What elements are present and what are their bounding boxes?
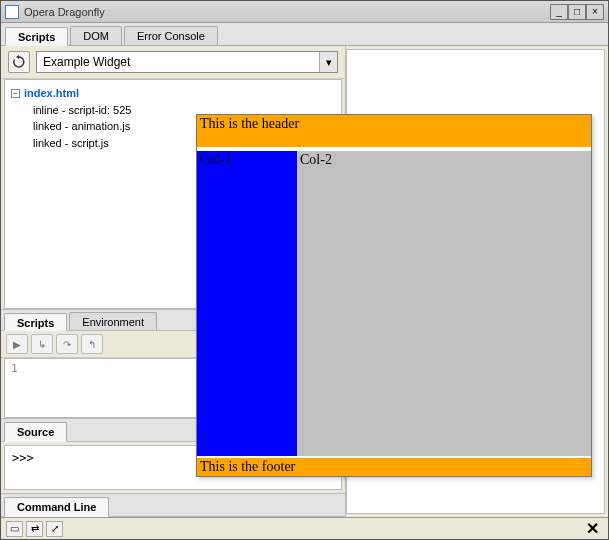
window-title: Opera Dragonfly: [24, 6, 550, 18]
console-prompt: >>>: [12, 451, 34, 465]
step-out-button[interactable]: ↰: [81, 334, 103, 354]
commandline-label[interactable]: Command Line: [4, 497, 109, 517]
maximize-button[interactable]: □: [568, 4, 586, 20]
console-icon[interactable]: ▭: [6, 521, 23, 537]
context-select-wrap: Example Widget ▾: [36, 51, 338, 73]
tree-root-row: − index.html: [11, 85, 335, 102]
step-over-button[interactable]: ↷: [56, 334, 78, 354]
widget-col2: Col-2: [297, 151, 591, 456]
status-left-group: ▭ ⇄ ⤢: [6, 521, 63, 537]
context-select[interactable]: Example Widget: [36, 51, 338, 73]
step-into-button[interactable]: ↳: [31, 334, 53, 354]
example-widget-window[interactable]: This is the header Col-1 Col-2 This is t…: [196, 114, 592, 477]
widget-header: This is the header: [197, 115, 591, 147]
close-button[interactable]: ×: [586, 4, 604, 20]
source-label[interactable]: Source: [4, 422, 67, 442]
subtab-scripts[interactable]: Scripts: [4, 313, 67, 331]
tab-scripts[interactable]: Scripts: [5, 27, 68, 46]
subtab-environment[interactable]: Environment: [69, 312, 157, 330]
app-icon: [5, 5, 19, 19]
reload-icon: [12, 55, 26, 69]
tab-dom[interactable]: DOM: [70, 26, 122, 45]
selector-toolbar: Example Widget ▾: [1, 46, 345, 79]
expand-icon[interactable]: ⤢: [46, 521, 63, 537]
line-number: 1: [11, 362, 18, 375]
widget-col1: Col-1: [197, 151, 297, 456]
minimize-button[interactable]: _: [550, 4, 568, 20]
tab-error-console[interactable]: Error Console: [124, 26, 218, 45]
statusbar: ▭ ⇄ ⤢ ✕: [1, 517, 608, 539]
tree-collapse-toggle[interactable]: −: [11, 89, 20, 98]
reload-button[interactable]: [8, 51, 30, 73]
widget-footer: This is the footer: [197, 456, 591, 476]
window-controls: _ □ ×: [550, 4, 604, 20]
main-tab-bar: Scripts DOM Error Console: [1, 23, 608, 46]
file-index-html[interactable]: index.html: [24, 85, 79, 102]
link-icon[interactable]: ⇄: [26, 521, 43, 537]
continue-button[interactable]: ▶: [6, 334, 28, 354]
widget-columns: Col-1 Col-2: [197, 147, 591, 456]
commandline-label-row: Command Line: [1, 493, 345, 517]
titlebar: Opera Dragonfly _ □ ×: [1, 1, 608, 23]
dropdown-arrow-icon[interactable]: ▾: [319, 52, 337, 72]
close-panel-button[interactable]: ✕: [582, 519, 603, 538]
